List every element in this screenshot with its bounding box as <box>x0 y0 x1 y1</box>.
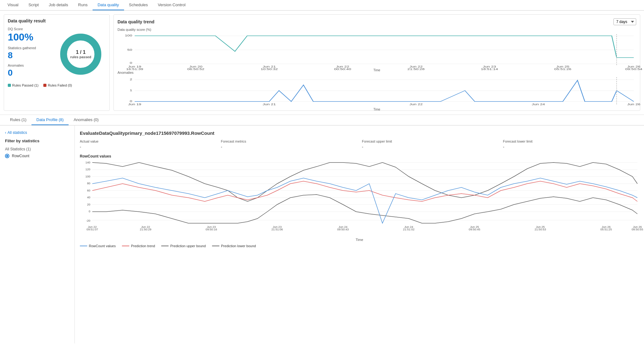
data-profile-content: ‹ All statistics Filter by statistics Al… <box>0 125 644 343</box>
svg-text:09:50:54: 09:50:54 <box>625 68 642 71</box>
filter-group-label: All Statistics (1) <box>5 147 70 151</box>
svg-text:40: 40 <box>87 196 90 199</box>
tab-visual[interactable]: Visual <box>2 0 23 10</box>
svg-text:09:50:45: 09:50:45 <box>469 228 480 231</box>
svg-text:Jun 26: Jun 26 <box>627 103 641 106</box>
back-icon: ‹ <box>5 130 6 135</box>
metric-forecast-metrics: Forecast metrics - <box>221 139 357 149</box>
rowcount-label: RowCount <box>12 154 29 158</box>
radio-rowcount[interactable] <box>5 154 9 158</box>
svg-text:21:50:29: 21:50:29 <box>140 228 151 231</box>
svg-text:16:51:39: 16:51:39 <box>126 68 143 71</box>
svg-text:-20: -20 <box>86 219 90 222</box>
dq-score-value: 100% <box>8 31 51 43</box>
svg-text:18:51:14: 18:51:14 <box>481 68 498 71</box>
svg-text:09:50:55: 09:50:55 <box>632 228 643 231</box>
stats-gathered-label: Statistics gathered <box>8 46 51 50</box>
svg-text:05:51:25: 05:51:25 <box>600 228 612 231</box>
dq-trend-title: Data quality trend <box>118 19 154 24</box>
svg-text:120: 120 <box>85 168 90 171</box>
chart-title: EvaluateDataQualityprimary_node171569707… <box>80 130 639 136</box>
svg-text:1: 1 <box>130 89 132 92</box>
svg-text:09:51:07: 09:51:07 <box>87 228 98 231</box>
metrics-row: Actual value - Forecast metrics - Foreca… <box>80 139 639 149</box>
sidebar: ‹ All statistics Filter by statistics Al… <box>0 125 75 343</box>
days-select-wrapper[interactable]: 7 days 14 days 30 days <box>613 18 636 25</box>
svg-text:50: 50 <box>127 48 132 52</box>
svg-text:09:50:43: 09:50:43 <box>337 228 349 231</box>
svg-text:20: 20 <box>87 203 90 206</box>
svg-text:Jun 24: Jun 24 <box>532 103 545 106</box>
svg-text:21:50:53: 21:50:53 <box>535 228 546 231</box>
dq-result-title: Data quality result <box>8 18 106 23</box>
tabs-bar: Visual Script Job details Runs Data qual… <box>0 0 644 11</box>
filter-item-rowcount[interactable]: RowCount <box>5 153 70 159</box>
svg-text:21:51:02: 21:51:02 <box>403 228 415 231</box>
svg-text:100: 100 <box>125 34 132 37</box>
svg-text:100: 100 <box>85 175 90 178</box>
svg-text:2: 2 <box>130 78 132 81</box>
tab-job-details[interactable]: Job details <box>44 0 73 10</box>
tab-schedules[interactable]: Schedules <box>124 0 153 10</box>
legend-passed: Rules Passed (1) <box>12 83 38 87</box>
svg-text:0: 0 <box>89 210 90 213</box>
anomalies-value: 0 <box>8 68 51 78</box>
anomalies-label: Anomalies <box>8 64 51 67</box>
legend-upper-bound: Prediction upper bound <box>161 244 206 248</box>
svg-text:Jun 19: Jun 19 <box>128 103 142 106</box>
anomaly-time-label: Time <box>118 108 636 111</box>
score-axis-label: Data quality score (%) <box>118 28 636 31</box>
score-chart-svg: 100 50 0 Jun 19 16:51:39 Jun 20 06:50:52 <box>118 33 636 67</box>
tab-data-quality[interactable]: Data quality <box>93 0 124 10</box>
filter-title: Filter by statistics <box>5 139 70 143</box>
top-section: Data quality result DQ Score 100% Statis… <box>0 11 644 115</box>
bottom-section: Rules (1) Data Profile (8) Anomalies (0)… <box>0 115 644 343</box>
svg-text:80: 80 <box>87 182 90 185</box>
svg-text:10:50:32: 10:50:32 <box>261 68 278 71</box>
donut-label: 1 / 1 rules passed <box>70 49 91 59</box>
days-select[interactable]: 7 days 14 days 30 days <box>613 18 636 25</box>
svg-text:0: 0 <box>130 61 132 65</box>
svg-text:140: 140 <box>85 161 90 164</box>
sub-tabs-bar: Rules (1) Data Profile (8) Anomalies (0) <box>0 115 644 125</box>
chart-legend: RowCount values Prediction trend Predict… <box>80 244 639 248</box>
svg-text:06:50:52: 06:50:52 <box>187 68 204 71</box>
tab-runs[interactable]: Runs <box>73 0 93 10</box>
sub-tab-data-profile[interactable]: Data Profile (8) <box>31 115 69 125</box>
sub-tab-rules[interactable]: Rules (1) <box>5 115 31 125</box>
metric-actual-value: Actual value - <box>80 139 216 149</box>
svg-text:21:51:06: 21:51:06 <box>272 228 283 231</box>
dq-result-card: Data quality result DQ Score 100% Statis… <box>4 14 110 111</box>
rowcount-chart-svg: 140 120 100 80 60 40 20 0 -20 <box>80 161 639 236</box>
donut-legend: Rules Passed (1) Rules Failed (0) <box>8 83 106 87</box>
legend-failed: Rules Failed (0) <box>48 83 72 87</box>
legend-prediction-trend: Prediction trend <box>122 244 155 248</box>
tab-script[interactable]: Script <box>23 0 44 10</box>
svg-text:05:51:26: 05:51:26 <box>554 68 571 71</box>
dq-score-label: DQ Score <box>8 27 51 31</box>
dq-trend-card: Data quality trend 7 days 14 days 30 day… <box>113 14 640 111</box>
svg-text:Jun 22: Jun 22 <box>409 103 422 106</box>
svg-text:60: 60 <box>87 189 90 192</box>
donut-chart: 1 / 1 rules passed <box>56 29 106 79</box>
svg-text:00:50:40: 00:50:40 <box>334 68 351 71</box>
tab-version-control[interactable]: Version Control <box>153 0 190 10</box>
legend-rowcount: RowCount values <box>80 244 116 248</box>
anomalies-chart-svg: 2 1 0 Jun 19 Jun 21 Jun 22 Jun 24 Jun 26 <box>118 76 636 107</box>
sub-tab-anomalies[interactable]: Anomalies (0) <box>69 115 103 125</box>
legend-lower-bound: Prediction lower bound <box>212 244 256 248</box>
svg-text:Jun 21: Jun 21 <box>262 103 276 106</box>
back-link[interactable]: ‹ All statistics <box>5 130 70 135</box>
metric-forecast-upper: Forecast upper limit - <box>362 139 498 149</box>
rowcount-values-label: RowCount values <box>80 154 639 158</box>
svg-text:21:50:28: 21:50:28 <box>407 68 425 71</box>
chart-time-label: Time <box>80 238 639 242</box>
svg-text:09:50:16: 09:50:16 <box>206 228 217 231</box>
metric-forecast-lower: Forecast lower limit - <box>503 139 639 149</box>
stats-gathered-value: 8 <box>8 50 51 60</box>
main-chart-area: EvaluateDataQualityprimary_node171569707… <box>75 125 644 343</box>
main-content: Data quality result DQ Score 100% Statis… <box>0 11 644 343</box>
